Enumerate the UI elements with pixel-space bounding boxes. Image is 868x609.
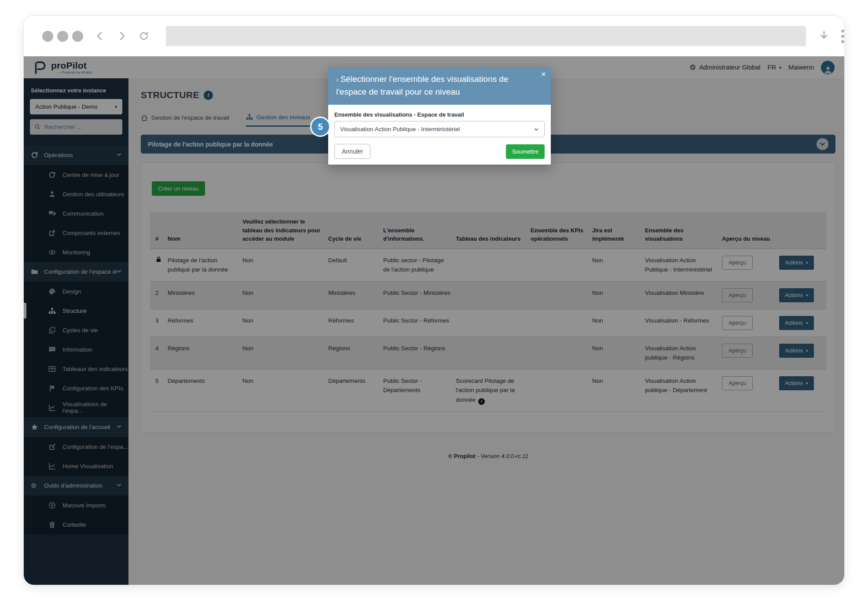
visualisations-select[interactable]: Visualisation Action Publique - Intermin… <box>334 121 545 137</box>
window-controls <box>42 31 83 42</box>
modal-title-text: Sélectionner l'ensemble des visualisatio… <box>336 74 508 96</box>
window-dot[interactable] <box>42 31 53 42</box>
web-page: proPilot — Powered by dFakto ⚙ Administr… <box>24 56 844 585</box>
url-bar[interactable] <box>166 26 806 46</box>
chevron-right-icon: › <box>336 75 339 84</box>
window-dot[interactable] <box>57 31 68 42</box>
window-dot[interactable] <box>72 31 83 42</box>
annotation-badge-5: 5 <box>310 117 330 137</box>
forward-button[interactable] <box>117 31 127 41</box>
download-icon[interactable] <box>818 29 830 43</box>
select-value: Visualisation Action Publique - Intermin… <box>340 126 460 132</box>
back-button[interactable] <box>95 31 105 41</box>
browser-window: proPilot — Powered by dFakto ⚙ Administr… <box>23 15 845 585</box>
page: proPilot — Powered by dFakto ⚙ Administr… <box>0 0 868 609</box>
modal-header: ›Sélectionner l'ensemble des visualisati… <box>328 67 551 105</box>
chevron-down-icon <box>534 127 539 132</box>
cancel-button[interactable]: Annuler <box>334 144 370 159</box>
visualisations-modal: ›Sélectionner l'ensemble des visualisati… <box>328 67 551 165</box>
close-icon[interactable]: × <box>542 71 546 78</box>
browser-chrome <box>24 16 844 56</box>
modal-body: Ensemble des visualisations - Espace de … <box>328 105 551 165</box>
submit-button[interactable]: Soumettre <box>506 144 545 159</box>
select-label: Ensemble des visualisations - Espace de … <box>334 111 545 118</box>
menu-kebab-icon[interactable] <box>841 29 844 43</box>
reload-button[interactable] <box>139 31 149 41</box>
modal-title: ›Sélectionner l'ensemble des visualisati… <box>336 73 544 98</box>
modal-footer: Annuler Soumettre <box>334 144 545 159</box>
